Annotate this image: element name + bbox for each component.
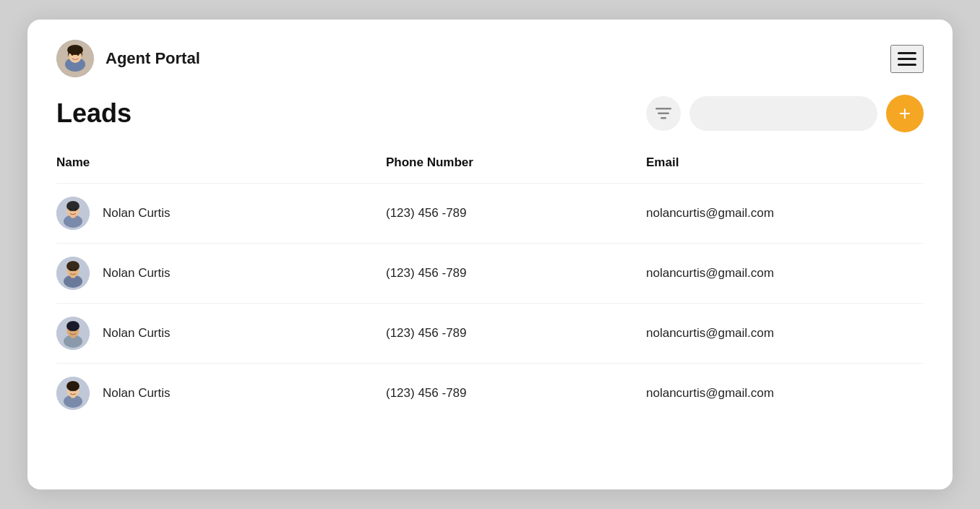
svg-point-15 bbox=[69, 208, 72, 210]
svg-point-17 bbox=[71, 216, 75, 218]
table-row[interactable]: Nolan Curtis (123) 456 -789 nolancurtis@… bbox=[56, 244, 924, 304]
table-body: Nolan Curtis (123) 456 -789 nolancurtis@… bbox=[56, 184, 924, 424]
svg-point-37 bbox=[74, 388, 77, 390]
table-row[interactable]: Nolan Curtis (123) 456 -789 nolancurtis@… bbox=[56, 304, 924, 364]
menu-button[interactable] bbox=[890, 45, 924, 73]
cell-phone-2: (123) 456 -789 bbox=[386, 304, 646, 364]
svg-point-24 bbox=[71, 276, 75, 278]
cell-name-2: Nolan Curtis bbox=[56, 304, 386, 364]
cell-name-3: Nolan Curtis bbox=[56, 364, 386, 424]
leads-table: Name Phone Number Email Nola bbox=[56, 150, 924, 423]
header-avatar bbox=[56, 40, 94, 77]
filter-icon bbox=[656, 107, 671, 120]
page-toolbar: Leads + bbox=[27, 89, 953, 150]
table-row[interactable]: Nolan Curtis (123) 456 -789 nolancurtis@… bbox=[56, 364, 924, 424]
svg-point-7 bbox=[67, 45, 83, 55]
cell-phone-3: (123) 456 -789 bbox=[386, 364, 646, 424]
search-input[interactable] bbox=[689, 96, 877, 131]
svg-point-28 bbox=[66, 321, 79, 331]
cell-email-2: nolancurtis@gmail.com bbox=[646, 304, 924, 364]
svg-point-23 bbox=[74, 268, 77, 270]
hamburger-line-3 bbox=[898, 64, 916, 66]
svg-point-14 bbox=[66, 201, 79, 211]
col-header-email: Email bbox=[646, 150, 924, 184]
cell-email-1: nolancurtis@gmail.com bbox=[646, 244, 924, 304]
svg-point-31 bbox=[71, 336, 75, 338]
cell-phone-1: (123) 456 -789 bbox=[386, 244, 646, 304]
page-title: Leads bbox=[56, 98, 132, 129]
row-name-3: Nolan Curtis bbox=[103, 386, 171, 401]
app-title: Agent Portal bbox=[106, 49, 200, 68]
table-header: Name Phone Number Email bbox=[56, 150, 924, 184]
add-button[interactable]: + bbox=[886, 95, 924, 132]
svg-rect-10 bbox=[661, 117, 666, 119]
svg-point-30 bbox=[74, 328, 77, 330]
svg-point-36 bbox=[69, 388, 72, 390]
cell-email-0: nolancurtis@gmail.com bbox=[646, 184, 924, 244]
svg-point-16 bbox=[74, 208, 77, 210]
row-avatar-0 bbox=[56, 197, 90, 230]
header: Agent Portal bbox=[27, 20, 953, 89]
toolbar-right: + bbox=[646, 95, 924, 132]
cell-name-1: Nolan Curtis bbox=[56, 244, 386, 304]
table-row[interactable]: Nolan Curtis (123) 456 -789 nolancurtis@… bbox=[56, 184, 924, 244]
hamburger-line-2 bbox=[898, 58, 916, 60]
svg-point-38 bbox=[71, 396, 75, 398]
row-name-1: Nolan Curtis bbox=[103, 266, 171, 281]
svg-rect-9 bbox=[658, 113, 669, 115]
filter-button[interactable] bbox=[646, 96, 681, 131]
leads-table-wrapper: Name Phone Number Email Nola bbox=[27, 150, 953, 423]
header-left: Agent Portal bbox=[56, 40, 200, 77]
cell-email-3: nolancurtis@gmail.com bbox=[646, 364, 924, 424]
svg-point-29 bbox=[69, 328, 72, 330]
row-avatar-3 bbox=[56, 377, 90, 410]
row-name-2: Nolan Curtis bbox=[103, 326, 171, 341]
col-header-name: Name bbox=[56, 150, 386, 184]
svg-rect-8 bbox=[656, 108, 671, 110]
cell-name-0: Nolan Curtis bbox=[56, 184, 386, 244]
svg-point-21 bbox=[66, 261, 79, 271]
svg-point-35 bbox=[66, 381, 79, 391]
row-name-0: Nolan Curtis bbox=[103, 206, 171, 221]
row-avatar-1 bbox=[56, 257, 90, 290]
row-avatar-2 bbox=[56, 317, 90, 350]
svg-point-22 bbox=[69, 268, 72, 270]
cell-phone-0: (123) 456 -789 bbox=[386, 184, 646, 244]
hamburger-line-1 bbox=[898, 52, 916, 54]
app-container: Agent Portal Leads + bbox=[27, 20, 953, 489]
col-header-phone: Phone Number bbox=[386, 150, 646, 184]
